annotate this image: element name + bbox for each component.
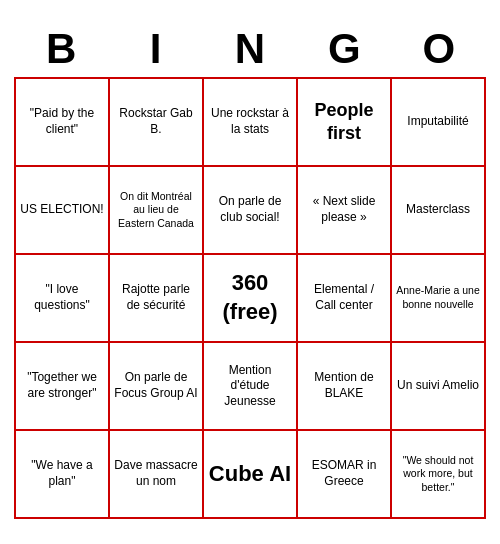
- letter-n: N: [206, 25, 294, 73]
- letter-o: O: [395, 25, 483, 73]
- bingo-cell-2: Une rockstar à la stats: [204, 79, 298, 167]
- bingo-cell-18: Mention de BLAKE: [298, 343, 392, 431]
- letter-b: B: [17, 25, 105, 73]
- bingo-cell-16: On parle de Focus Group AI: [110, 343, 204, 431]
- bingo-cell-7: On parle de club social!: [204, 167, 298, 255]
- letter-i: I: [112, 25, 200, 73]
- bingo-cell-6: On dit Montréal au lieu de Eastern Canad…: [110, 167, 204, 255]
- bingo-cell-23: ESOMAR in Greece: [298, 431, 392, 519]
- bingo-cell-24: "We should not work more, but better.": [392, 431, 486, 519]
- bingo-cell-19: Un suivi Amelio: [392, 343, 486, 431]
- bingo-cell-17: Mention d'étude Jeunesse: [204, 343, 298, 431]
- bingo-grid: "Paid by the client"Rockstar Gab B.Une r…: [14, 77, 486, 519]
- bingo-cell-8: « Next slide please »: [298, 167, 392, 255]
- bingo-cell-5: US ELECTION!: [16, 167, 110, 255]
- bingo-cell-15: "Together we are stronger": [16, 343, 110, 431]
- bingo-cell-12: 360 (free): [204, 255, 298, 343]
- bingo-cell-3: People first: [298, 79, 392, 167]
- bingo-cell-9: Masterclass: [392, 167, 486, 255]
- bingo-cell-0: "Paid by the client": [16, 79, 110, 167]
- bingo-cell-1: Rockstar Gab B.: [110, 79, 204, 167]
- bingo-cell-4: Imputabilité: [392, 79, 486, 167]
- bingo-card: B I N G O "Paid by the client"Rockstar G…: [10, 21, 490, 523]
- bingo-cell-10: "I love questions": [16, 255, 110, 343]
- bingo-cell-13: Elemental / Call center: [298, 255, 392, 343]
- bingo-header: B I N G O: [14, 25, 486, 73]
- bingo-cell-14: Anne-Marie a une bonne nouvelle: [392, 255, 486, 343]
- bingo-cell-11: Rajotte parle de sécurité: [110, 255, 204, 343]
- bingo-cell-20: "We have a plan": [16, 431, 110, 519]
- letter-g: G: [300, 25, 388, 73]
- bingo-cell-21: Dave massacre un nom: [110, 431, 204, 519]
- bingo-cell-22: Cube AI: [204, 431, 298, 519]
